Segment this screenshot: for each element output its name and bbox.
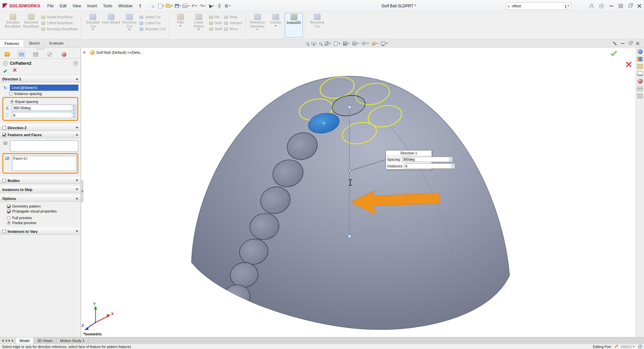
reference-triad[interactable]: Y X Z	[82, 302, 114, 330]
previous-view-icon[interactable]	[319, 42, 322, 45]
linear-pattern-button[interactable]: Linear Pattern	[190, 13, 208, 30]
options-gear-icon[interactable]: ⚙	[224, 2, 231, 10]
direction2-checkbox[interactable]	[2, 126, 6, 130]
undo-icon[interactable]: ↶	[191, 2, 198, 10]
equal-spacing-radio[interactable]	[10, 100, 14, 104]
appearances-icon[interactable]	[638, 79, 643, 84]
curves-button[interactable]: Curves	[266, 13, 285, 27]
view-orientation-icon[interactable]	[343, 42, 350, 45]
tab-motion-study[interactable]: Motion Study 1	[56, 337, 88, 344]
revolved-cut-button[interactable]: Revolved Cut	[120, 13, 138, 30]
resources-home-icon[interactable]	[638, 49, 643, 54]
leader-anchor[interactable]	[349, 170, 351, 172]
help-icon[interactable]: ?	[599, 4, 604, 8]
restore-button[interactable]	[628, 5, 632, 7]
section-view-icon[interactable]	[324, 42, 331, 45]
new-document-icon[interactable]	[158, 2, 165, 10]
boundary-boss-base-button[interactable]: Boundary Boss/Base	[41, 27, 78, 31]
edit-appearance-icon[interactable]	[372, 42, 378, 45]
full-preview-radio[interactable]	[7, 216, 11, 220]
tab-3d-views[interactable]: 3D Views	[34, 337, 56, 344]
group-options-header[interactable]: Options	[0, 195, 81, 202]
extruded-boss-base-button[interactable]: Extruded Boss/Base	[4, 13, 22, 28]
minimize-viewport-icon[interactable]	[621, 43, 624, 44]
search-input[interactable]	[511, 4, 563, 8]
instance-count-input[interactable]	[12, 112, 72, 118]
dimxpert-manager-tab[interactable]	[46, 51, 53, 58]
open-document-icon[interactable]	[166, 2, 173, 10]
instance-count-spinner[interactable]	[72, 112, 76, 118]
fillet-button[interactable]: Fillet	[172, 13, 190, 27]
display-style-icon[interactable]	[352, 42, 359, 45]
instances-vary-checkbox[interactable]	[2, 229, 6, 233]
select-icon[interactable]	[207, 2, 215, 10]
revolved-cut-button-2[interactable]: Revolved Cut	[308, 13, 326, 28]
direction1-selection-box[interactable]: Line1@Sketch1	[10, 85, 78, 91]
swept-cut-button[interactable]: Swept Cut	[139, 15, 165, 19]
menu-view[interactable]: View	[70, 0, 84, 12]
menu-tools[interactable]: Tools	[100, 0, 115, 12]
property-manager-tab[interactable]	[18, 51, 25, 58]
web-help-globe-icon[interactable]	[638, 345, 642, 349]
revolved-boss-base-button[interactable]: Revolved Boss/Base	[22, 13, 40, 28]
window-panes-icon[interactable]	[619, 4, 623, 8]
rib-button[interactable]: Rib	[209, 15, 222, 19]
group-instances-skip-header[interactable]: Instances to Skip	[0, 186, 81, 193]
feature-manager-tab[interactable]	[3, 51, 11, 58]
dimple[interactable]	[216, 303, 245, 329]
feature-tree-breadcrumb[interactable]: Golf Ball (Default) <<Defa...	[90, 50, 143, 55]
partial-preview-radio[interactable]	[7, 221, 11, 225]
draft-button[interactable]: Draft	[209, 21, 222, 25]
extruded-cut-button[interactable]: Extruded Cut	[84, 13, 102, 30]
next-tab-icon[interactable]	[9, 339, 10, 342]
shell-button[interactable]: Shell	[209, 27, 222, 31]
hole-wizard-button[interactable]: Hole Wizard	[102, 13, 120, 25]
swept-boss-base-button[interactable]: Swept Boss/Base	[41, 15, 78, 19]
group-bodies-header[interactable]: Bodies	[0, 177, 81, 184]
zoom-area-icon[interactable]	[311, 42, 317, 45]
callout-spacing-input[interactable]	[402, 157, 449, 162]
ok-button[interactable]	[3, 68, 7, 72]
angle-spinner[interactable]	[72, 105, 76, 111]
instance-spacing-radio[interactable]	[9, 92, 13, 96]
lofted-boss-base-button[interactable]: Lofted Boss/Base	[41, 21, 78, 25]
propagate-visual-properties-checkbox[interactable]	[7, 210, 11, 213]
custom-properties-icon[interactable]	[637, 86, 643, 91]
panel-splitter[interactable]	[81, 180, 83, 202]
search-icon[interactable]	[565, 5, 566, 7]
print-icon[interactable]	[182, 2, 190, 10]
last-tab-icon[interactable]	[12, 339, 14, 342]
reference-geometry-button[interactable]: Reference Geometry	[248, 13, 266, 30]
close-viewport-icon[interactable]	[636, 42, 639, 45]
intersect-button[interactable]: Intersect	[224, 21, 242, 25]
dynamic-annotation-icon[interactable]	[334, 42, 340, 45]
close-button[interactable]	[637, 4, 641, 8]
property-help-icon[interactable]: ?	[73, 61, 78, 66]
redo-icon[interactable]: ↷	[199, 2, 206, 10]
hide-show-items-icon[interactable]	[362, 42, 369, 45]
pin-menu-icon[interactable]	[138, 4, 142, 8]
features-faces-checkbox[interactable]	[2, 133, 6, 136]
tab-model[interactable]: Model	[16, 337, 34, 344]
tab-evaluate[interactable]: Evaluate	[45, 39, 69, 47]
design-library-icon[interactable]	[637, 57, 643, 61]
menu-insert[interactable]: Insert	[84, 0, 100, 12]
confirmation-cancel-icon[interactable]	[626, 61, 632, 67]
mirror-button[interactable]: Mirror	[224, 27, 242, 31]
minimize-button[interactable]	[609, 6, 613, 6]
menu-file[interactable]: File	[44, 0, 57, 12]
geometry-pattern-checkbox[interactable]	[7, 205, 11, 208]
home-icon[interactable]: ⌂	[149, 2, 157, 10]
forum-icon[interactable]	[637, 94, 643, 98]
group-features-faces-header[interactable]: Features and Faces	[0, 131, 81, 138]
feature-tree-flyout-icon[interactable]	[84, 51, 86, 54]
group-direction2-header[interactable]: Direction 2	[0, 124, 81, 131]
expand-panes-icon[interactable]	[613, 42, 617, 45]
search-dropdown-icon[interactable]	[567, 5, 569, 7]
cancel-button[interactable]	[13, 68, 17, 72]
view-settings-icon[interactable]	[381, 42, 388, 45]
unit-system-selector[interactable]: MMGS	[621, 345, 635, 349]
panel-grip[interactable]	[0, 47, 81, 50]
callout-spacing-spinner[interactable]	[449, 157, 452, 162]
scene-3d[interactable]: Y X Z	[81, 47, 636, 337]
